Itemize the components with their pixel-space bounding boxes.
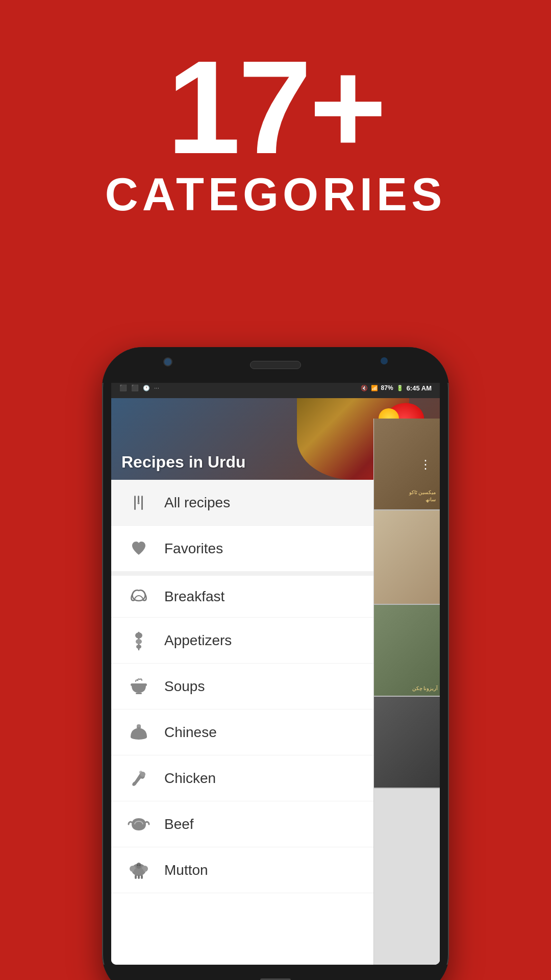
mute-icon: 🔇 xyxy=(361,385,368,391)
svg-rect-0 xyxy=(134,496,136,510)
heart-icon xyxy=(123,533,154,564)
recipe-card-2 xyxy=(374,510,440,605)
mutton-label: Mutton xyxy=(164,862,208,878)
croissant-icon xyxy=(123,581,154,612)
front-camera-2 xyxy=(381,357,388,364)
svg-rect-22 xyxy=(135,875,137,879)
notification-icon-2: ⬛ xyxy=(131,384,139,391)
battery-percent: 87% xyxy=(381,384,393,391)
bowl-icon xyxy=(123,671,154,702)
notification-icon-1: ⬛ xyxy=(119,384,127,391)
chicken-leg-icon xyxy=(123,763,154,794)
phone-bottom-bar xyxy=(102,965,449,980)
hero-section: 17+ CATEGORIES xyxy=(0,0,551,241)
svg-point-20 xyxy=(137,864,139,866)
utensils-icon xyxy=(123,487,154,518)
all-recipes-label: All recipes xyxy=(164,495,230,511)
more-button[interactable]: ⋮ xyxy=(419,457,432,472)
phone-mockup: ⬛ ⬛ 🕐 ··· 🔇 📶 87% 🔋 6:45 AM xyxy=(102,347,449,980)
svg-rect-23 xyxy=(138,875,140,879)
wifi-icon: 📶 xyxy=(371,385,378,391)
screen-content: Recipes in Urdu ⋮ xyxy=(111,398,440,965)
status-left-icons: ⬛ ⬛ 🕐 ··· xyxy=(119,384,159,391)
recipe-text-1: میکسین ٹاکوساتھ xyxy=(407,487,438,505)
notification-more: ··· xyxy=(154,384,159,391)
svg-rect-1 xyxy=(138,496,139,503)
phone-screen: ⬛ ⬛ 🕐 ··· 🔇 📶 87% 🔋 6:45 AM xyxy=(111,378,440,965)
svg-point-13 xyxy=(139,771,142,774)
chicken-label: Chicken xyxy=(164,770,216,787)
breakfast-label: Breakfast xyxy=(164,589,224,605)
svg-rect-24 xyxy=(141,875,143,879)
app-title: Recipes in Urdu xyxy=(121,453,246,472)
clock: 6:45 AM xyxy=(407,384,432,392)
skewer-icon xyxy=(123,625,154,656)
svg-point-18 xyxy=(134,868,144,876)
sheep-icon xyxy=(123,855,154,886)
status-right-info: 🔇 📶 87% 🔋 6:45 AM xyxy=(361,384,432,392)
battery-icon: 🔋 xyxy=(396,385,404,391)
front-camera xyxy=(163,357,172,366)
dome-icon xyxy=(123,717,154,748)
svg-rect-8 xyxy=(136,693,142,694)
beef-label: Beef xyxy=(164,816,194,832)
svg-rect-7 xyxy=(131,683,147,686)
recipe-text-3: آریزونا چکن xyxy=(412,685,438,692)
appetizers-label: Appetizers xyxy=(164,632,232,649)
chinese-label: Chinese xyxy=(164,724,217,741)
svg-point-21 xyxy=(139,864,141,866)
soups-label: Soups xyxy=(164,678,205,695)
right-panel: میکسین ٹاکوساتھ آریزونا چکن xyxy=(373,419,440,965)
favorites-label: Favorites xyxy=(164,541,223,557)
svg-point-4 xyxy=(135,632,142,639)
svg-point-19 xyxy=(136,863,141,869)
phone-top-bar xyxy=(102,347,449,383)
recipe-card-3: آریزونا چکن xyxy=(374,605,440,697)
svg-point-6 xyxy=(136,645,141,649)
svg-rect-2 xyxy=(141,496,143,510)
phone-speaker xyxy=(250,361,301,369)
notification-icon-3: 🕐 xyxy=(143,385,150,391)
svg-point-5 xyxy=(136,639,142,644)
phone-shell: ⬛ ⬛ 🕐 ··· 🔇 📶 87% 🔋 6:45 AM xyxy=(102,347,449,980)
recipe-card-4 xyxy=(374,697,440,789)
svg-point-11 xyxy=(137,724,141,727)
hero-subtitle: CATEGORIES xyxy=(0,168,551,221)
beef-icon xyxy=(123,809,154,840)
hero-number: 17+ xyxy=(0,41,551,174)
